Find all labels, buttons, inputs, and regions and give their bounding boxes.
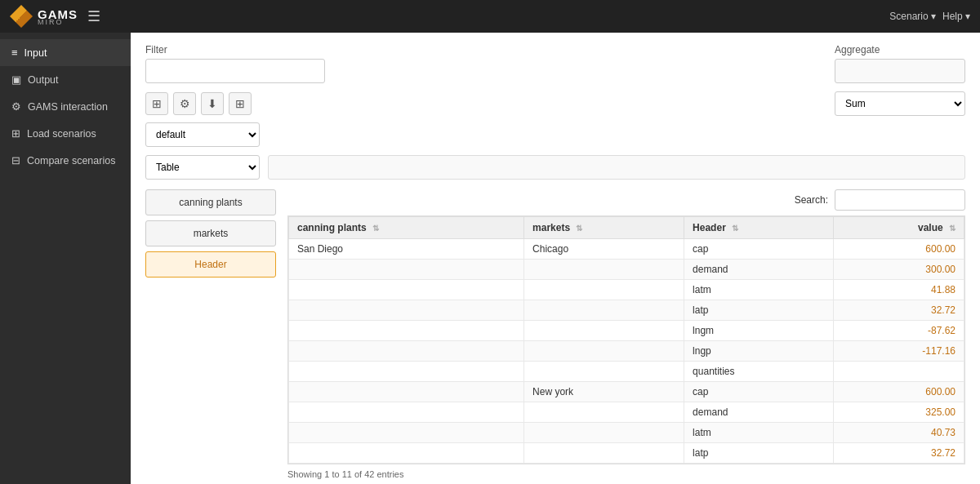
filter-label: Filter bbox=[145, 44, 325, 56]
cell-value: 300.00 bbox=[834, 260, 964, 280]
aggregate-section: Aggregate bbox=[835, 44, 965, 83]
cell-header: lngp bbox=[684, 341, 834, 362]
sidebar-item-load[interactable]: ⊞ Load scenarios bbox=[0, 120, 131, 147]
tool-btn-settings[interactable]: ⚙ bbox=[173, 92, 196, 115]
table-row: San DiegoChicagocap600.00 bbox=[289, 239, 964, 260]
content-area: Filter Aggregate ⊞ ⚙ ⬇ ⊞ Sum Mean Max Mi… bbox=[131, 33, 980, 484]
group-btn-canning[interactable]: canning plants bbox=[145, 189, 276, 215]
cell-markets bbox=[524, 341, 684, 362]
dropdowns-row: default bbox=[145, 122, 965, 147]
cell-markets bbox=[524, 423, 684, 443]
cell-value: 32.72 bbox=[834, 443, 964, 464]
table-row: lngp-117.16 bbox=[289, 341, 964, 362]
sidebar-item-compare[interactable]: ⊟ Compare scenarios bbox=[0, 147, 131, 174]
cell-markets bbox=[524, 362, 684, 382]
cell-header: cap bbox=[684, 382, 834, 402]
cell-markets bbox=[524, 300, 684, 321]
cell-value: 32.72 bbox=[834, 300, 964, 321]
logo: GAMS MIRO bbox=[10, 5, 78, 28]
showing-text: Showing 1 to 11 of 42 entries bbox=[287, 469, 965, 479]
right-panel: Search: canning plants ⇅ bbox=[287, 189, 965, 479]
tool-btn-grid[interactable]: ⊞ bbox=[229, 92, 252, 115]
sidebar-item-gams[interactable]: ⚙ GAMS interaction bbox=[0, 93, 131, 120]
data-table-container[interactable]: canning plants ⇅ markets ⇅ Header ⇅ bbox=[287, 215, 965, 464]
col-header-value[interactable]: value ⇅ bbox=[834, 217, 964, 239]
cell-header: latp bbox=[684, 300, 834, 321]
filter-aggregate-row: Filter Aggregate bbox=[145, 44, 965, 83]
aggregate-input[interactable] bbox=[835, 59, 965, 83]
hamburger-icon[interactable]: ☰ bbox=[87, 7, 100, 25]
cell-markets bbox=[524, 443, 684, 464]
logo-text-block: GAMS MIRO bbox=[38, 7, 78, 26]
col-header-markets[interactable]: markets ⇅ bbox=[524, 217, 684, 239]
cell-header: cap bbox=[684, 239, 834, 260]
cell-header: demand bbox=[684, 402, 834, 423]
table-row: latm41.88 bbox=[289, 280, 964, 300]
sidebar-label-gams: GAMS interaction bbox=[28, 101, 108, 113]
cell-markets: New york bbox=[524, 382, 684, 402]
sort-icon-value: ⇅ bbox=[949, 224, 956, 233]
table-row: latm40.73 bbox=[289, 423, 964, 443]
cell-canning_plants bbox=[289, 300, 524, 321]
output-icon: ▣ bbox=[11, 73, 21, 86]
table-row: New yorkcap600.00 bbox=[289, 382, 964, 402]
cell-markets bbox=[524, 321, 684, 341]
sort-icon-header: ⇅ bbox=[732, 224, 738, 233]
default-dropdown[interactable]: default bbox=[145, 122, 260, 147]
gams-icon: ⚙ bbox=[11, 100, 21, 113]
search-input[interactable] bbox=[835, 189, 965, 211]
cell-canning_plants bbox=[289, 423, 524, 443]
filter-section: Filter bbox=[145, 44, 325, 83]
scenario-button[interactable]: Scenario ▾ bbox=[889, 11, 936, 22]
group-btn-header[interactable]: Header bbox=[145, 251, 276, 278]
cell-markets bbox=[524, 280, 684, 300]
cell-markets: Chicago bbox=[524, 239, 684, 260]
filter-input[interactable] bbox=[145, 59, 325, 83]
sidebar-label-compare: Compare scenarios bbox=[27, 155, 115, 167]
aggregate-sum-area: Sum Mean Max Min bbox=[835, 91, 965, 116]
input-icon: ≡ bbox=[11, 47, 18, 59]
cell-value: -87.62 bbox=[834, 321, 964, 341]
cell-canning_plants bbox=[289, 321, 524, 341]
sort-icon-canning: ⇅ bbox=[372, 224, 379, 233]
sidebar: ≡ Input ▣ Output ⚙ GAMS interaction ⊞ Lo… bbox=[0, 33, 131, 484]
cell-header: latm bbox=[684, 423, 834, 443]
cell-value: 600.00 bbox=[834, 382, 964, 402]
view-preview bbox=[268, 155, 965, 180]
table-row: quantities bbox=[289, 362, 964, 382]
table-row: demand325.00 bbox=[289, 402, 964, 423]
sidebar-label-input: Input bbox=[24, 47, 47, 59]
main-layout: ≡ Input ▣ Output ⚙ GAMS interaction ⊞ Lo… bbox=[0, 33, 980, 484]
sidebar-item-output[interactable]: ▣ Output bbox=[0, 66, 131, 93]
table-row: latp32.72 bbox=[289, 300, 964, 321]
col-header-header[interactable]: Header ⇅ bbox=[684, 217, 834, 239]
col-header-canning[interactable]: canning plants ⇅ bbox=[289, 217, 524, 239]
table-row: demand300.00 bbox=[289, 260, 964, 280]
cell-canning_plants bbox=[289, 280, 524, 300]
search-label: Search: bbox=[795, 194, 828, 206]
search-row: Search: bbox=[287, 189, 965, 211]
cell-canning_plants bbox=[289, 341, 524, 362]
cell-markets bbox=[524, 260, 684, 280]
cell-header: quantities bbox=[684, 362, 834, 382]
cell-value: 600.00 bbox=[834, 239, 964, 260]
help-button[interactable]: Help ▾ bbox=[942, 11, 970, 22]
cell-markets bbox=[524, 402, 684, 423]
tool-btn-expand[interactable]: ⊞ bbox=[145, 92, 168, 115]
view-dropdown[interactable]: Table Chart Map bbox=[145, 155, 260, 180]
cell-canning_plants bbox=[289, 443, 524, 464]
sidebar-item-input[interactable]: ≡ Input bbox=[0, 39, 131, 66]
sum-dropdown[interactable]: Sum Mean Max Min bbox=[835, 91, 965, 116]
navbar-right: Scenario ▾ Help ▾ bbox=[889, 11, 970, 22]
table-row: lngm-87.62 bbox=[289, 321, 964, 341]
cell-canning_plants: San Diego bbox=[289, 239, 524, 260]
group-btn-markets[interactable]: markets bbox=[145, 220, 276, 246]
tool-btn-download[interactable]: ⬇ bbox=[201, 92, 224, 115]
aggregate-label: Aggregate bbox=[835, 44, 965, 56]
sidebar-label-load: Load scenarios bbox=[27, 128, 96, 140]
logo-icon bbox=[10, 5, 33, 28]
cell-value bbox=[834, 362, 964, 382]
cell-value: 41.88 bbox=[834, 280, 964, 300]
view-row: Table Chart Map bbox=[145, 155, 965, 180]
below-row: canning plants markets Header Search: bbox=[145, 189, 965, 479]
